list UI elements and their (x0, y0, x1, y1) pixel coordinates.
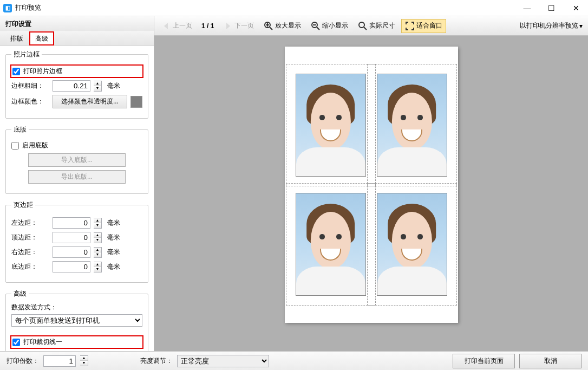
photo-thumbnail (377, 74, 447, 177)
actual-size-icon (358, 21, 368, 31)
photo-slot-2 (377, 74, 447, 177)
page-indicator: 1 / 1 (198, 22, 217, 30)
group-background: 底版 启用底版 导入底版... 导出底版... (5, 125, 148, 194)
close-icon: ✕ (573, 4, 579, 12)
tab-layout[interactable]: 排版 (4, 31, 29, 46)
checkbox-cutline-2[interactable] (11, 351, 19, 352)
row-margin-top: 顶边距： ▲▼ 毫米 (11, 232, 142, 243)
group-advanced: 高级 数据发送方式： 每个页面单独发送到打印机 打印裁切线一 打印裁切线二 (5, 289, 148, 351)
svg-point-7 (359, 22, 364, 28)
label-actual-size: 实际尺寸 (369, 21, 395, 30)
chevron-down-icon: ▾ (579, 22, 583, 30)
input-margin-top[interactable] (53, 232, 90, 243)
row-enable-bg: 启用底版 (11, 141, 142, 150)
label-fit-window: 适合窗口 (416, 21, 442, 30)
row-margin-bottom: 底边距： ▲▼ 毫米 (11, 261, 142, 272)
button-choose-color[interactable]: 选择颜色和透明度... (53, 95, 127, 108)
svg-line-1 (270, 27, 272, 30)
spinner-margin-bottom[interactable]: ▲▼ (94, 262, 102, 272)
tab-advanced[interactable]: 高级 (29, 31, 54, 46)
button-export-bg[interactable]: 导出底版... (28, 170, 126, 184)
label-border-color: 边框颜色： (11, 97, 49, 106)
svg-line-5 (317, 27, 319, 30)
unit-margin-top: 毫米 (107, 233, 120, 242)
maximize-icon: ☐ (548, 4, 555, 12)
row-border-color: 边框颜色： 选择颜色和透明度... (11, 95, 142, 108)
sidebar-tabs: 排版 高级 (0, 31, 154, 46)
label-send-mode: 数据发送方式： (11, 303, 142, 312)
legend-background: 底版 (11, 125, 29, 134)
spinner-border-thickness[interactable]: ▲▼ (94, 81, 102, 92)
row-border-thickness: 边框粗细： ▲▼ 毫米 (11, 80, 142, 92)
arrow-right-icon (223, 21, 233, 31)
unit-margin-left: 毫米 (107, 218, 120, 228)
checkbox-cutline-1[interactable] (12, 339, 20, 346)
label-resolution-preview: 以打印机分辨率预览 (520, 21, 578, 30)
preview-canvas[interactable] (154, 36, 588, 351)
fit-window-icon (405, 21, 415, 31)
button-import-bg[interactable]: 导入底版... (28, 153, 126, 167)
spinner-margin-right[interactable]: ▲▼ (94, 247, 102, 258)
label-next-page: 下一页 (234, 21, 254, 30)
minimize-button[interactable]: — (515, 0, 539, 16)
button-print-current[interactable]: 打印当前页面 (453, 354, 515, 368)
label-cutline-1: 打印裁切线一 (23, 337, 62, 347)
color-swatch[interactable] (130, 96, 142, 108)
unit-margin-bottom: 毫米 (107, 262, 120, 271)
input-border-thickness[interactable] (53, 80, 90, 92)
input-copies[interactable] (43, 355, 76, 367)
checkbox-enable-bg[interactable] (11, 142, 19, 150)
select-brightness[interactable]: 正常亮度 (177, 355, 269, 367)
spinner-margin-left[interactable]: ▲▼ (94, 218, 102, 229)
group-margins: 页边距 左边距： ▲▼ 毫米 顶边距： ▲▼ 毫米 右边距： ▲▼ (5, 200, 148, 283)
zoom-in-icon (264, 21, 273, 31)
label-margin-right: 右边距： (11, 248, 49, 257)
arrow-left-icon (161, 21, 171, 31)
maximize-button[interactable]: ☐ (539, 0, 564, 16)
input-margin-right[interactable] (53, 246, 90, 258)
preview-toolbar: 上一页 1 / 1 下一页 放大显示 缩小显示 (154, 16, 588, 36)
zoom-out-icon (311, 21, 321, 31)
input-margin-left[interactable] (53, 217, 90, 229)
label-cutline-2: 打印裁切线二 (22, 350, 61, 351)
row-margin-right: 右边距： ▲▼ 毫米 (11, 246, 142, 258)
label-prev-page: 上一页 (173, 21, 192, 30)
button-prev-page[interactable]: 上一页 (158, 19, 196, 33)
button-zoom-out[interactable]: 缩小显示 (307, 19, 352, 33)
button-actual-size[interactable]: 实际尺寸 (354, 19, 399, 33)
main-area: 打印设置 排版 高级 照片边框 打印照片边框 边框粗细： ▲▼ 毫米 (0, 16, 588, 351)
settings-sidebar: 打印设置 排版 高级 照片边框 打印照片边框 边框粗细： ▲▼ 毫米 (0, 16, 154, 351)
label-margin-bottom: 底边距： (11, 262, 49, 271)
legend-advanced: 高级 (11, 289, 29, 298)
spinner-margin-top[interactable]: ▲▼ (94, 232, 102, 243)
label-zoom-in: 放大显示 (275, 21, 301, 30)
sidebar-header: 打印设置 (0, 16, 154, 31)
row-cutline-2: 打印裁切线二 (11, 350, 142, 351)
unit-border-thickness: 毫米 (107, 81, 120, 90)
footer-bar: 打印份数： ▲▼ 亮度调节： 正常亮度 打印当前页面 取消 (0, 351, 588, 370)
spinner-copies[interactable]: ▲▼ (80, 355, 88, 366)
select-send-mode[interactable]: 每个页面单独发送到打印机 (11, 314, 142, 327)
unit-margin-right: 毫米 (107, 248, 120, 257)
label-margin-left: 左边距： (11, 218, 49, 228)
row-cutline-1: 打印裁切线一 (11, 336, 142, 348)
photo-thumbnail (296, 74, 366, 177)
label-copies: 打印份数： (6, 356, 39, 366)
legend-photo-border: 照片边框 (11, 50, 42, 59)
button-next-page[interactable]: 下一页 (219, 19, 258, 33)
group-photo-border: 照片边框 打印照片边框 边框粗细： ▲▼ 毫米 边框颜色： 选择颜色和透明度..… (5, 50, 148, 119)
button-cancel[interactable]: 取消 (519, 354, 582, 368)
close-button[interactable]: ✕ (564, 0, 588, 16)
button-zoom-in[interactable]: 放大显示 (260, 19, 305, 33)
sidebar-body: 照片边框 打印照片边框 边框粗细： ▲▼ 毫米 边框颜色： 选择颜色和透明度..… (0, 46, 154, 351)
paper-preview (285, 47, 458, 323)
photo-thumbnail (377, 193, 447, 296)
input-margin-bottom[interactable] (53, 261, 90, 272)
button-fit-window[interactable]: 适合窗口 (401, 19, 446, 33)
photo-slot-3 (296, 193, 366, 296)
dropdown-resolution-preview[interactable]: 以打印机分辨率预览 ▾ (518, 20, 585, 32)
label-print-border: 打印照片边框 (23, 67, 62, 76)
photo-slot-4 (377, 193, 447, 296)
legend-margins: 页边距 (11, 200, 35, 210)
checkbox-print-border[interactable] (12, 68, 20, 75)
